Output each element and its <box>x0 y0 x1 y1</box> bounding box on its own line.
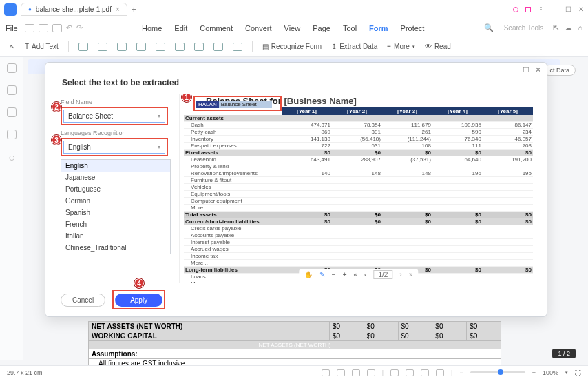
form-field-8-icon[interactable] <box>213 43 223 51</box>
home-icon[interactable]: ⌂ <box>578 23 582 32</box>
prev-page-icon[interactable]: ‹ <box>364 271 366 278</box>
form-field-9-icon[interactable] <box>233 43 242 51</box>
search-tools-input[interactable]: Search Tools <box>498 24 544 32</box>
net-assets-bar: NET ASSETS (NET WORTH) <box>89 341 501 349</box>
view-mode-4-icon[interactable] <box>367 369 375 376</box>
lang-option[interactable]: Japanese <box>61 172 170 183</box>
step-badge-3: 3 <box>51 134 62 145</box>
menu-protect[interactable]: Protect <box>401 24 425 32</box>
lang-option[interactable]: French <box>61 218 170 230</box>
extract-data-button[interactable]: ↥Extract Data <box>331 43 377 50</box>
menu-view[interactable]: View <box>284 24 301 32</box>
zoom-out-icon[interactable]: − <box>332 271 336 278</box>
table-row: Accrued wages <box>184 246 533 253</box>
layout-3-icon[interactable] <box>421 369 429 376</box>
redo-icon[interactable]: ↷ <box>76 23 83 32</box>
zoom-in-statusbar-icon[interactable]: + <box>532 369 536 376</box>
first-page-icon[interactable]: « <box>353 271 357 278</box>
layout-2-icon[interactable] <box>406 369 414 376</box>
form-field-6-icon[interactable] <box>175 43 185 51</box>
dialog-close-icon[interactable]: ✕ <box>535 65 541 74</box>
edit-tool-icon[interactable]: ✎ <box>319 271 325 278</box>
next-page-icon[interactable]: › <box>399 271 401 278</box>
view-mode-3-icon[interactable] <box>352 369 360 376</box>
mail-icon[interactable] <box>39 24 48 32</box>
layout-1-icon[interactable] <box>390 369 399 376</box>
app-logo <box>4 3 17 16</box>
close-window-icon[interactable]: ✕ <box>578 6 584 13</box>
recognize-form-button[interactable]: ▤Recognize Form <box>262 43 322 50</box>
menu-edit[interactable]: Edit <box>174 24 187 32</box>
form-field-7-icon[interactable] <box>194 43 204 51</box>
layout-4-icon[interactable] <box>436 369 444 376</box>
view-mode-1-icon[interactable] <box>322 369 330 376</box>
pointer-icon[interactable]: ↖ <box>10 43 15 50</box>
table-row: Credit cards payable <box>184 225 533 232</box>
add-text-button[interactable]: TAdd Text <box>25 43 59 50</box>
print-icon[interactable] <box>52 24 62 32</box>
form-field-5-icon[interactable] <box>156 43 165 51</box>
fullscreen-icon[interactable]: ⛶ <box>575 369 581 376</box>
form-field-4-icon[interactable] <box>136 43 146 51</box>
page-indicator[interactable]: 1/2 <box>373 270 392 279</box>
zoom-value[interactable]: 100% <box>543 369 558 376</box>
thumbnails-icon[interactable] <box>7 63 17 73</box>
lang-option[interactable]: German <box>61 195 170 207</box>
cancel-button[interactable]: Cancel <box>61 294 105 307</box>
lang-select[interactable]: English ▾ <box>63 141 165 154</box>
year-header: [Year 1] <box>282 107 332 115</box>
undo-icon[interactable]: ↶ <box>66 23 72 32</box>
hand-tool-icon[interactable]: ✋ <box>304 271 313 278</box>
menu-convert[interactable]: Convert <box>245 24 272 32</box>
form-field-2-icon[interactable] <box>98 43 107 51</box>
add-tab-button[interactable]: + <box>132 5 136 14</box>
bookmarks-icon[interactable] <box>7 85 17 95</box>
zoom-in-icon[interactable]: + <box>343 271 347 278</box>
assumptions-header: Assumptions: <box>89 349 501 359</box>
menu-page[interactable]: Page <box>313 24 330 32</box>
layers-icon[interactable] <box>7 130 17 139</box>
field-name-select[interactable]: Balance Sheet ▾ <box>63 110 165 123</box>
lang-option[interactable]: Spanish <box>61 207 170 218</box>
form-field-3-icon[interactable] <box>117 43 127 51</box>
left-sidebar: ○ <box>0 57 23 360</box>
lang-option[interactable]: English <box>61 160 170 172</box>
more-dropdown[interactable]: ≡More▾ <box>387 43 415 50</box>
attachments-icon[interactable] <box>7 107 17 117</box>
preview-toolbar: ✋ ✎ − + « ‹ 1/2 › » <box>299 269 418 280</box>
year-header: [Year 4] <box>432 107 483 115</box>
form-field-overlay[interactable]: HALANBalance Sheet <box>196 99 272 110</box>
read-button[interactable]: 👁Read <box>425 43 451 50</box>
close-tab-icon[interactable]: × <box>116 6 120 13</box>
record-icon[interactable] <box>513 7 518 12</box>
dialog-maximize-icon[interactable]: ☐ <box>523 65 529 74</box>
maximize-icon[interactable]: ☐ <box>565 6 571 13</box>
search-tools-icon[interactable]: 🔍 <box>484 23 494 32</box>
zoom-out-statusbar-icon[interactable]: − <box>459 369 463 376</box>
form-field-1-icon[interactable] <box>78 43 88 51</box>
menu-tool[interactable]: Tool <box>343 24 357 32</box>
table-row: Pre-paid expenses722631108111708 <box>184 143 533 150</box>
lang-option[interactable]: Chinese_Traditional <box>61 242 170 254</box>
year-header: [Year 3] <box>382 107 432 115</box>
kebab-icon[interactable]: ⋮ <box>538 6 545 13</box>
last-page-icon[interactable]: » <box>409 271 413 278</box>
cloud-icon[interactable]: ☁ <box>565 23 572 32</box>
apply-button[interactable]: Apply <box>115 294 162 307</box>
document-tab[interactable]: ● balance-she...plate-1.pdf × <box>21 3 127 16</box>
search-rail-icon[interactable]: ○ <box>8 152 15 164</box>
menu-form[interactable]: Form <box>369 24 388 32</box>
menu-home[interactable]: Home <box>142 24 162 32</box>
lang-dropdown-list: EnglishJapanesePortugueseGermanSpanishFr… <box>61 159 171 254</box>
save-icon[interactable] <box>25 24 34 32</box>
menu-comment[interactable]: Comment <box>200 24 233 32</box>
lang-option[interactable]: Italian <box>61 230 170 242</box>
lang-option[interactable]: Portuguese <box>61 183 170 195</box>
screenshot-icon[interactable] <box>525 7 531 12</box>
view-mode-2-icon[interactable] <box>337 369 345 376</box>
extract-data-pill[interactable]: ct Data <box>543 65 576 76</box>
zoom-slider[interactable] <box>470 371 525 373</box>
minimize-icon[interactable]: — <box>552 6 558 13</box>
file-menu[interactable]: File <box>6 24 18 32</box>
share-icon[interactable]: ⇱ <box>553 23 559 32</box>
